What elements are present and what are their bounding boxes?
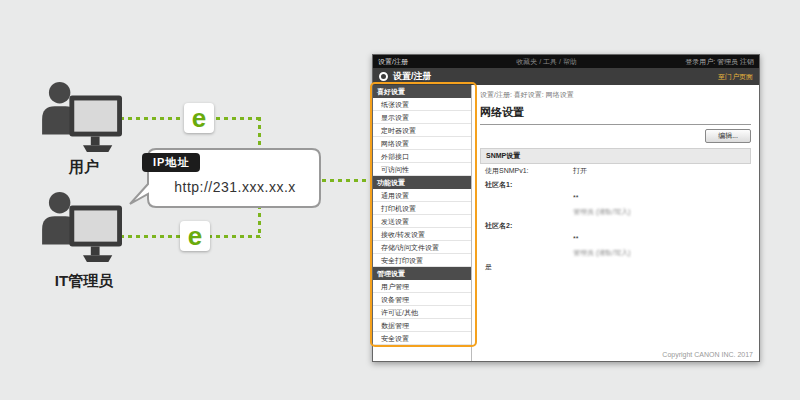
sidebar-item[interactable]: 存储/访问文件设置: [373, 241, 471, 254]
settings-label: 社区名2:: [485, 221, 573, 231]
sidebar-item[interactable]: 网络设置: [373, 137, 471, 150]
user-workstation-icon: [40, 80, 128, 156]
settings-value: **: [573, 235, 746, 244]
settings-label: [485, 235, 573, 244]
person-at-monitor-icon: [40, 190, 128, 266]
settings-row: 是: [480, 260, 751, 274]
sidebar-item[interactable]: 发送设置: [373, 215, 471, 228]
edit-button[interactable]: 编辑...: [705, 129, 751, 143]
settings-row: 管理员 (读取/写入): [480, 205, 751, 219]
settings-label: [485, 207, 573, 217]
diagram-stage: 用户 IT管理员 e e IP地址 http://231.xxx.xx.x 设置…: [0, 0, 800, 400]
window-title: 设置/注册: [378, 57, 408, 67]
settings-row: 社区名1:: [480, 178, 751, 192]
login-status[interactable]: 登录用户: 管理员 注销: [685, 57, 754, 67]
settings-value: [573, 221, 746, 231]
settings-value: **: [573, 194, 746, 203]
browser-titlebar: 设置/注册 收藏夹 / 工具 / 帮助 登录用户: 管理员 注销: [373, 55, 759, 68]
person-at-monitor-icon: [40, 80, 128, 156]
settings-ring-icon: [379, 72, 388, 81]
sidebar-item[interactable]: 数据管理: [373, 319, 471, 332]
sidebar-item[interactable]: 可访问性: [373, 163, 471, 176]
sidebar-section-header: 喜好设置: [373, 85, 471, 98]
page-title: 网络设置: [480, 105, 751, 125]
settings-row: **: [480, 192, 751, 205]
settings-row: 社区名2:: [480, 219, 751, 233]
section-header: SNMP设置: [480, 148, 751, 164]
settings-value: 管理员 (读取/写入): [573, 248, 746, 258]
sidebar-item[interactable]: 用户管理: [373, 280, 471, 293]
ip-address-tag: IP地址: [142, 153, 200, 172]
admin-workstation-icon: [40, 190, 128, 266]
settings-row: **: [480, 233, 751, 246]
settings-row: 管理员 (读取/写入): [480, 246, 751, 260]
sidebar-item[interactable]: 定时器设置: [373, 124, 471, 137]
settings-value: 打开: [573, 166, 746, 176]
sidebar-item[interactable]: 外部接口: [373, 150, 471, 163]
settings-row: 使用SNMPv1:打开: [480, 164, 751, 178]
browser-e-icon: e: [180, 221, 210, 251]
ip-address-url: http://231.xxx.xx.x: [150, 179, 320, 195]
settings-label: [485, 194, 573, 203]
app-header: 设置/注册 至门户页面: [373, 68, 759, 85]
portal-link[interactable]: 至门户页面: [718, 72, 753, 82]
copyright-footer: Copyright CANON INC. 2017: [662, 351, 753, 358]
sidebar-item[interactable]: 通用设置: [373, 189, 471, 202]
breadcrumb: 设置/注册: 喜好设置: 网络设置: [480, 90, 751, 100]
sidebar-menu: 喜好设置纸张设置显示设置定时器设置网络设置外部接口可访问性功能设置通用设置打印机…: [373, 85, 472, 361]
admin-label: IT管理员: [20, 272, 148, 291]
settings-value: [573, 262, 746, 272]
settings-label: [485, 248, 573, 258]
content-row: 喜好设置纸张设置显示设置定时器设置网络设置外部接口可访问性功能设置通用设置打印机…: [373, 85, 759, 361]
remote-ui-window: 设置/注册 收藏夹 / 工具 / 帮助 登录用户: 管理员 注销 设置/注册 至…: [372, 54, 760, 362]
sidebar-item[interactable]: 纸张设置: [373, 98, 471, 111]
user-label: 用户: [40, 158, 128, 177]
settings-label: 使用SNMPv1:: [485, 166, 573, 176]
main-panel: 设置/注册: 喜好设置: 网络设置 网络设置 编辑... SNMP设置 使用SN…: [472, 85, 759, 361]
settings-value: 管理员 (读取/写入): [573, 207, 746, 217]
sidebar-section-header: 功能设置: [373, 176, 471, 189]
browser-menu[interactable]: 收藏夹 / 工具 / 帮助: [418, 57, 675, 67]
sidebar-item[interactable]: 显示设置: [373, 111, 471, 124]
sidebar-item[interactable]: 安全打印设置: [373, 254, 471, 267]
settings-rows: 使用SNMPv1:打开社区名1:**管理员 (读取/写入)社区名2:**管理员 …: [480, 164, 751, 274]
sidebar-item[interactable]: 打印机设置: [373, 202, 471, 215]
settings-value: [573, 180, 746, 190]
browser-e-icon: e: [184, 103, 214, 133]
settings-label: 是: [485, 262, 573, 272]
sidebar-section-header: 管理设置: [373, 267, 471, 280]
sidebar-item[interactable]: 安全设置: [373, 332, 471, 345]
sidebar-item[interactable]: 设备管理: [373, 293, 471, 306]
settings-label: 社区名1:: [485, 180, 573, 190]
app-title: 设置/注册: [393, 70, 713, 83]
sidebar-item[interactable]: 许可证/其他: [373, 306, 471, 319]
sidebar-item[interactable]: 接收/转发设置: [373, 228, 471, 241]
